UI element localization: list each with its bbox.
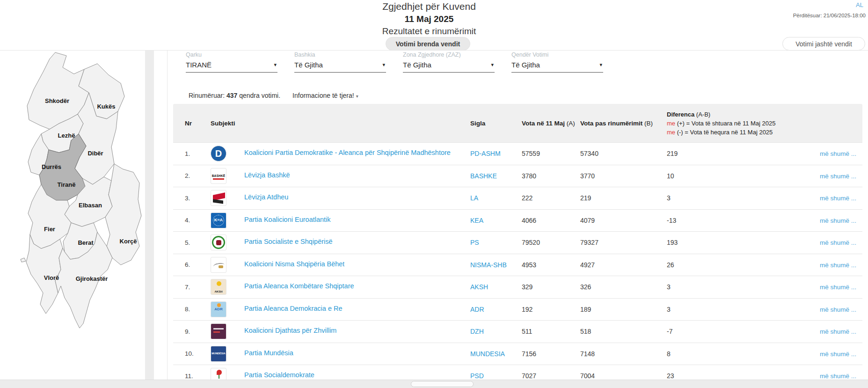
vota-a-value: 329 <box>522 283 580 291</box>
party-name-link[interactable]: Lëvizja Atdheu <box>244 193 288 201</box>
vota-a-value: 4066 <box>522 217 580 224</box>
me-shume-link[interactable]: më shumë ... <box>820 173 856 180</box>
party-logo-la <box>211 190 226 206</box>
me-shume-link[interactable]: më shumë ... <box>820 217 856 224</box>
party-sigla-link[interactable]: BASHKE <box>470 172 497 180</box>
me-shume-link[interactable]: më shumë ... <box>820 195 856 202</box>
party-name-link[interactable]: Koalicioni Djathtas për Zhvillim <box>244 327 336 334</box>
col-subjekti: Subjekti <box>211 120 470 127</box>
me-shume-link[interactable]: më shumë ... <box>820 262 856 269</box>
vota-a-value: 7156 <box>522 350 580 358</box>
col-diferenca: Diferenca (A-B) me (+) = Vota të shtuara… <box>667 110 802 137</box>
col-vota-a: Vota në 11 Maj (A) <box>522 120 580 127</box>
map-region-korce[interactable] <box>105 164 141 265</box>
chevron-down-icon: ▾ <box>356 94 358 99</box>
table-row: 3. Lëvizja Atdheu LA 222 219 3 më shumë … <box>173 187 862 209</box>
me-shume-link[interactable]: më shumë ... <box>820 328 856 335</box>
diferenca-value: 10 <box>667 172 802 180</box>
filter-select-zona-zgjedhore-zaz[interactable]: Të Gjitha <box>403 59 495 72</box>
vota-a-value: 222 <box>522 194 580 202</box>
diferenca-value: 8 <box>667 350 802 358</box>
table-row: 9. Koalicioni Djathtas për Zhvillim DZH … <box>173 320 862 343</box>
row-number: 9. <box>185 328 211 335</box>
party-sigla-link[interactable]: KEA <box>470 217 483 224</box>
diferenca-value: 3 <box>667 194 802 202</box>
party-name-link[interactable]: Partia Aleanca Kombëtare Shqiptare <box>244 282 354 290</box>
row-number: 11. <box>185 373 211 380</box>
party-sigla-link[interactable]: LA <box>470 194 478 202</box>
row-number: 4. <box>185 217 211 224</box>
party-sigla-link[interactable]: MUNDESIA <box>470 350 505 358</box>
recount-label: Rinumëruar: <box>189 92 225 99</box>
filter-select-qender-votimi[interactable]: Të Gjitha <box>511 59 603 72</box>
col-vota-b: Vota pas rinumërimit (B) <box>580 120 667 127</box>
party-sigla-link[interactable]: PS <box>470 239 479 246</box>
table-header: Nr Subjekti Sigla Vota në 11 Maj (A) Vot… <box>173 104 862 142</box>
table-row: 8. ADR Partia Aleanca Demokracia e Re AD… <box>173 298 862 321</box>
tab-votimi-brenda-vendit[interactable]: Votimi brenda vendit <box>386 37 470 51</box>
horizontal-scrollbar-thumb[interactable] <box>411 381 474 387</box>
vota-b-value: 57340 <box>580 150 667 157</box>
party-sigla-link[interactable]: PSD <box>470 372 484 380</box>
diferenca-value: 23 <box>667 372 802 380</box>
me-shume-link[interactable]: më shumë ... <box>820 373 856 380</box>
vota-b-value: 79327 <box>580 239 667 246</box>
vota-a-value: 7027 <box>522 372 580 380</box>
me-shume-link[interactable]: më shumë ... <box>820 239 856 246</box>
col-nr: Nr <box>185 120 211 127</box>
diferenca-value: 193 <box>667 239 802 246</box>
filter-label: Qendër Votimi <box>511 51 603 58</box>
vota-b-value: 189 <box>580 306 667 313</box>
party-sigla-link[interactable]: ADR <box>470 306 484 313</box>
diferenca-value: 26 <box>667 261 802 269</box>
table-row: 2. BASHKË Lëvizja Bashkë BASHKE 3780 377… <box>173 165 862 187</box>
me-shume-link[interactable]: më shumë ... <box>820 306 856 313</box>
row-number: 6. <box>185 261 211 268</box>
summary-row: Rinumëruar: 437 qendra votimi. Informaci… <box>189 92 358 99</box>
party-name-link[interactable]: Partia Socialiste e Shqipërisë <box>244 238 333 245</box>
vota-a-value: 79520 <box>522 239 580 246</box>
me-shume-link[interactable]: më shumë ... <box>820 351 856 358</box>
party-name-link[interactable]: Partia Mundësia <box>244 349 293 357</box>
map-panel: ShkodërKukësLezhëDibërDurrësTiranëElbasa… <box>0 51 145 388</box>
vota-a-value: 4953 <box>522 261 580 269</box>
tab-votimi-jashte-vendit[interactable]: Votimi jashtë vendit <box>782 37 865 51</box>
vota-b-value: 4079 <box>580 217 667 224</box>
party-name-link[interactable]: Lëvizja Bashkë <box>244 171 290 179</box>
vota-b-value: 7148 <box>580 350 667 358</box>
language-link-al[interactable]: AL <box>856 1 863 8</box>
party-name-link[interactable]: Partia Socialdemokrate <box>244 371 314 379</box>
filter-zona-zgjedhore-zaz: Zona Zgjedhore (ZAZ) Të Gjitha ▾ <box>403 51 495 73</box>
vota-b-value: 4927 <box>580 261 667 269</box>
table-row: 5. Partia Socialiste e Shqipërisë PS 795… <box>173 231 862 254</box>
page: Zgjedhjet për Kuvend 11 Maj 2025 Rezulta… <box>0 0 868 388</box>
filter-row: Qarku TIRANË ▾Bashkia Të Gjitha ▾Zona Zg… <box>186 51 603 73</box>
party-sigla-link[interactable]: NISMA-SHB <box>470 261 507 269</box>
party-sigla-link[interactable]: PD-ASHM <box>470 150 501 157</box>
horizontal-scrollbar <box>0 380 868 388</box>
row-number: 3. <box>185 195 211 202</box>
vota-a-value: 511 <box>522 328 580 335</box>
filter-select-bashkia[interactable]: Të Gjitha <box>294 59 386 72</box>
me-shume-link[interactable]: më shumë ... <box>820 150 856 157</box>
party-name-link[interactable]: Koalicioni Partia Demokratike - Aleanca … <box>244 149 451 156</box>
filter-select-qarku[interactable]: TIRANË <box>186 59 277 72</box>
recount-suffix: qendra votimi. <box>237 92 280 99</box>
party-sigla-link[interactable]: DZH <box>470 328 484 335</box>
filter-label: Bashkia <box>294 51 386 58</box>
row-number: 1. <box>185 150 211 157</box>
vota-a-value: 192 <box>522 306 580 313</box>
vota-b-value: 518 <box>580 328 667 335</box>
albania-map: ShkodërKukësLezhëDibërDurrësTiranëElbasa… <box>0 51 145 336</box>
recount-summary: Rinumëruar: 437 qendra votimi. <box>189 92 280 99</box>
table-row: 10. MUNDËSIA Partia Mundësia MUNDESIA 71… <box>173 343 862 365</box>
vota-b-value: 219 <box>580 194 667 202</box>
panel-scrollbar-track <box>145 51 154 388</box>
row-number: 5. <box>185 239 211 246</box>
party-name-link[interactable]: Partia Koalicioni Euroatlantik <box>244 216 331 223</box>
party-name-link[interactable]: Koalicioni Nisma Shqipëria Bëhet <box>244 260 344 268</box>
me-shume-link[interactable]: më shumë ... <box>820 284 856 291</box>
party-sigla-link[interactable]: AKSH <box>470 283 488 291</box>
more-info-toggle[interactable]: Informacione të tjera!▾ <box>292 92 358 99</box>
party-name-link[interactable]: Partia Aleanca Demokracia e Re <box>244 305 343 312</box>
